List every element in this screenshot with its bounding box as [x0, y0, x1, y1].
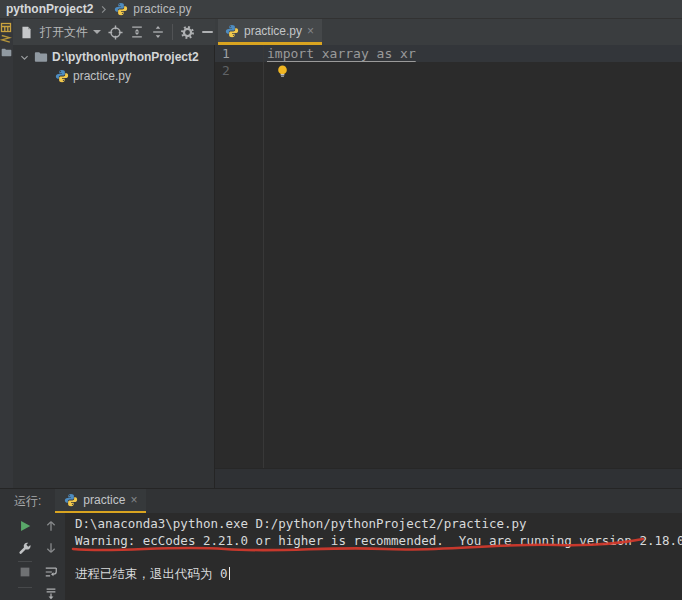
run-tab-label: practice — [83, 493, 125, 507]
tool-window-stripe — [0, 19, 13, 488]
close-icon[interactable]: × — [307, 25, 314, 37]
folder-icon — [34, 50, 48, 64]
chevron-down-icon[interactable] — [93, 30, 101, 34]
toolbar-divider — [18, 587, 32, 588]
project-panel-toolbar: 打开文件 — [13, 19, 215, 45]
chevron-down-icon[interactable] — [19, 52, 30, 63]
text-caret — [229, 567, 231, 580]
rerun-button[interactable] — [18, 519, 32, 533]
line-number: 1 — [222, 45, 230, 62]
breadcrumb: pythonProject2 practice.py — [0, 0, 682, 19]
python-file-icon — [225, 24, 239, 38]
locate-file-button[interactable] — [108, 25, 123, 40]
run-tab-practice[interactable]: practice × — [55, 489, 146, 514]
gear-icon[interactable] — [180, 25, 195, 40]
structure-tool-icon[interactable] — [0, 22, 12, 46]
expand-all-button[interactable] — [130, 25, 144, 39]
run-panel-header: 运行: practice × — [0, 488, 682, 513]
toolbar-divider — [172, 24, 173, 40]
intention-bulb-icon[interactable] — [275, 64, 290, 79]
line-number: 2 — [222, 62, 230, 79]
collapse-all-button[interactable] — [151, 25, 165, 39]
tree-file-label: practice.py — [73, 69, 131, 83]
run-panel-title: 运行: — [14, 493, 41, 510]
tree-row-root[interactable]: D:\python\pythonProject2 — [19, 48, 199, 66]
run-toolbar — [0, 513, 65, 600]
console-exit-line: 进程已结束，退出代码为 0 — [75, 566, 682, 583]
soft-wrap-button[interactable] — [44, 565, 58, 579]
file-icon — [20, 26, 33, 39]
console-warning-line: Warning: ecCodes 2.21.0 or higher is rec… — [75, 533, 682, 550]
breadcrumb-project[interactable]: pythonProject2 — [6, 2, 93, 16]
tree-row-file[interactable]: practice.py — [55, 67, 131, 85]
python-file-icon — [114, 2, 128, 16]
gutter-separator — [263, 45, 264, 468]
chevron-right-icon — [98, 4, 109, 15]
close-icon[interactable]: × — [130, 494, 137, 506]
toolbar-tab-row: 打开文件 practice.py × — [0, 19, 682, 45]
console-command-line: D:\anaconda3\python.exe D:/python/python… — [75, 516, 682, 533]
hide-panel-button[interactable] — [202, 31, 213, 33]
run-console[interactable]: D:\anaconda3\python.exe D:/python/python… — [65, 513, 682, 600]
editor-tab-practice[interactable]: practice.py × — [218, 19, 322, 45]
customize-wrench-button[interactable] — [18, 541, 32, 555]
python-file-icon — [64, 493, 78, 507]
scroll-to-end-button[interactable] — [44, 587, 58, 600]
editor-tab-label: practice.py — [244, 24, 302, 38]
toolbar-divider — [18, 561, 32, 562]
up-stack-trace-button[interactable] — [44, 519, 58, 533]
down-stack-trace-button[interactable] — [44, 541, 58, 555]
open-file-button[interactable]: 打开文件 — [40, 24, 88, 41]
code-editor[interactable]: 1 import xarray as xr 2 — [215, 45, 682, 468]
breadcrumb-file[interactable]: practice.py — [133, 2, 191, 16]
tree-root-label: D:\python\pythonProject2 — [52, 50, 199, 64]
project-tree-panel: D:\python\pythonProject2 practice.py — [13, 45, 215, 488]
pycharm-window: pythonProject2 practice.py 打开文件 practice… — [0, 0, 682, 600]
python-file-icon — [55, 69, 69, 83]
code-line-1: import xarray as xr — [267, 45, 416, 62]
console-blank-line — [75, 549, 682, 566]
project-tool-folder-icon[interactable] — [1, 47, 12, 58]
editor-bottom-strip — [215, 468, 682, 488]
stop-button[interactable] — [18, 565, 32, 579]
